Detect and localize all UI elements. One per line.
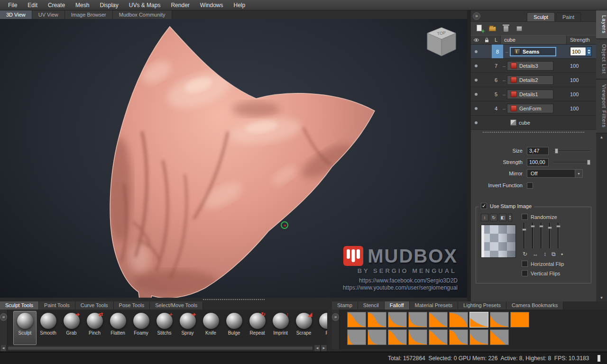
menu-item[interactable]: Mesh <box>70 0 94 10</box>
stamp-export-icon[interactable]: ⧉ <box>552 251 556 257</box>
layer-row[interactable]: 5 – Details1 100 <box>471 87 596 101</box>
randomize-checkbox[interactable] <box>522 214 528 220</box>
tool-category-tab[interactable]: Sculpt Tools <box>0 301 39 309</box>
random-slider[interactable] <box>549 223 551 248</box>
tool-button[interactable]: ◢ Scrape <box>292 311 315 345</box>
invert-function-checkbox[interactable] <box>527 182 533 189</box>
random-slider[interactable] <box>532 223 533 248</box>
menu-item[interactable]: Render <box>166 0 194 10</box>
preset-tab[interactable]: Material Presets <box>410 301 458 309</box>
tool-button[interactable]: ⇄ Pinch <box>83 311 106 345</box>
tool-category-tab[interactable]: Pose Tools <box>114 301 150 309</box>
tool-button[interactable]: ➔ Grab <box>60 311 83 345</box>
layer-options-icon[interactable] <box>515 25 523 32</box>
tool-button[interactable]: Bulge <box>222 311 246 345</box>
layer-row[interactable]: 4 – GenForm 100 <box>471 101 596 116</box>
tool-category-tab[interactable]: Curve Tools <box>75 301 114 309</box>
layer-row[interactable]: 8 – Seams 100 <box>471 45 596 59</box>
mesh-name-header[interactable]: cube <box>500 36 567 44</box>
side-tab[interactable]: Object List <box>596 39 607 80</box>
falloff-preset-thumbnail[interactable] <box>510 312 529 328</box>
tool-button[interactable]: Smooth <box>37 311 60 345</box>
size-slider[interactable] <box>553 148 590 154</box>
falloff-preset-thumbnail[interactable] <box>429 329 448 345</box>
mirror-dropdown[interactable]: Off ▼ <box>527 169 583 178</box>
falloff-preset-thumbnail[interactable] <box>490 329 509 345</box>
falloff-preset-thumbnail[interactable] <box>429 312 448 328</box>
falloff-preset-thumbnail[interactable] <box>347 312 366 328</box>
preset-tab[interactable]: Camera Bookmarks <box>506 301 563 309</box>
new-layer-icon[interactable]: + <box>476 25 483 32</box>
scroll-right-icon[interactable]: ► <box>321 345 327 351</box>
delete-layer-icon[interactable] <box>502 25 510 32</box>
stamp-stop-icon[interactable]: ▪ <box>561 251 563 257</box>
layer-mode-tab[interactable]: Sculpt <box>527 12 555 21</box>
falloff-preset-thumbnail[interactable] <box>449 312 468 328</box>
random-slider[interactable] <box>558 223 559 248</box>
stamp-rotate-icon[interactable]: ↻ <box>523 251 527 257</box>
layer-name-box[interactable]: Seams <box>510 47 556 56</box>
preset-tab[interactable]: Lighting Presets <box>458 301 506 309</box>
stamp-refresh-icon[interactable]: ↻ <box>490 214 497 221</box>
viewport-3d[interactable]: TOP MUDBOX BY SERGIO MENGUAL https://www… <box>0 19 467 298</box>
menu-item[interactable]: Windows <box>195 0 229 10</box>
viewport-tab[interactable]: Mudbox Community <box>113 10 172 19</box>
layer-mode-tab[interactable]: Paint <box>556 12 581 21</box>
strength-input[interactable] <box>527 158 549 166</box>
stamp-browse-button[interactable]: ↕ <box>481 214 488 221</box>
menu-item[interactable]: Display <box>94 0 123 10</box>
layer-visibility-dot[interactable] <box>475 107 478 110</box>
viewport-splitter[interactable] <box>0 298 467 301</box>
layer-list-splitter[interactable] <box>471 130 596 135</box>
layer-name-box[interactable]: Details3 <box>507 61 553 71</box>
falloff-preset-thumbnail[interactable] <box>408 329 427 345</box>
preset-tab[interactable]: Falloff <box>385 301 410 309</box>
tool-button[interactable]: + Stitchs <box>153 311 176 345</box>
tool-button[interactable]: Knife <box>199 311 222 345</box>
layer-visibility-dot[interactable] <box>475 93 478 96</box>
falloff-preset-thumbnail[interactable] <box>368 312 386 328</box>
layer-row[interactable]: 7 – Details3 100 <box>471 59 596 73</box>
menu-item[interactable]: Create <box>43 0 70 10</box>
tool-category-tab[interactable]: Select/Move Tools <box>150 301 203 309</box>
side-tab[interactable]: Viewport Filters <box>596 80 607 134</box>
falloff-preset-thumbnail[interactable] <box>469 312 488 328</box>
strength-slider[interactable] <box>553 159 590 165</box>
view-cube[interactable]: TOP <box>423 24 460 60</box>
random-slider[interactable] <box>541 223 542 248</box>
layer-row[interactable]: – cube <box>471 116 596 130</box>
scrollbar-thumb[interactable] <box>8 346 313 350</box>
layer-name-box[interactable]: Details2 <box>507 75 553 85</box>
horizontal-flip-checkbox[interactable] <box>522 261 528 267</box>
layer-name-box[interactable]: Details1 <box>507 90 553 99</box>
tool-button[interactable]: Foamy <box>129 311 153 345</box>
scroll-up-arrow-icon[interactable]: ▲ <box>596 134 607 141</box>
strength-spinner[interactable] <box>586 46 592 56</box>
falloff-preset-thumbnail[interactable] <box>388 329 407 345</box>
tool-button[interactable]: Flatten <box>106 311 129 345</box>
scroll-left-icon[interactable]: ◄ <box>0 345 7 351</box>
stamp-flip-horizontal-icon[interactable]: ↔ <box>533 251 538 257</box>
size-input[interactable] <box>527 147 549 155</box>
menu-item[interactable]: UVs & Maps <box>124 0 166 10</box>
falloff-preset-thumbnail[interactable] <box>490 312 509 328</box>
viewport-tab[interactable]: Image Browser <box>65 10 113 19</box>
menu-item[interactable]: Edit <box>22 0 43 10</box>
layer-name-box[interactable]: GenForm <box>507 104 553 113</box>
menu-item[interactable]: Help <box>229 0 251 10</box>
scroll-left-icon[interactable]: ◄ <box>314 345 321 351</box>
scroll-down-arrow-icon[interactable]: ▼ <box>596 294 607 301</box>
tool-button[interactable]: F <box>315 311 327 345</box>
status-grip[interactable] <box>598 355 600 362</box>
layer-name-box[interactable]: cube <box>507 118 533 127</box>
falloff-preset-thumbnail[interactable] <box>469 329 488 345</box>
viewport-tab[interactable]: 3D View <box>0 10 32 19</box>
random-slider[interactable] <box>524 223 525 248</box>
falloff-preset-thumbnail[interactable] <box>449 329 468 345</box>
chevron-down-icon[interactable]: ▼ <box>575 170 582 177</box>
stamp-spinner[interactable]: ▲▼ <box>508 214 512 221</box>
menu-item[interactable]: File <box>3 0 22 10</box>
falloff-preset-thumbnail[interactable] <box>388 312 407 328</box>
panel-collapse-chevron-icon[interactable]: » <box>473 12 480 20</box>
layer-visibility-dot[interactable] <box>475 64 478 67</box>
